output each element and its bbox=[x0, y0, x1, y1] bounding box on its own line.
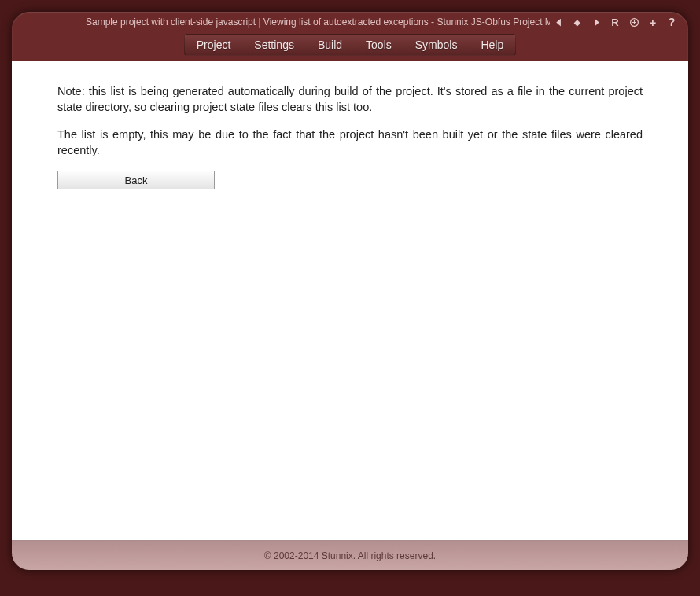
menu-symbols[interactable]: Symbols bbox=[403, 35, 470, 55]
back-button[interactable]: Back bbox=[57, 171, 215, 189]
note-text-1: Note: this list is being generated autom… bbox=[57, 84, 643, 115]
menu-build[interactable]: Build bbox=[306, 35, 354, 55]
nav-forward-icon[interactable] bbox=[591, 17, 602, 28]
nav-back-icon[interactable] bbox=[553, 17, 564, 28]
menu-settings[interactable]: Settings bbox=[242, 35, 306, 55]
content-area: Note: this list is being generated autom… bbox=[12, 61, 688, 540]
footer: © 2002-2014 Stunnix. All rights reserved… bbox=[12, 540, 688, 570]
note-text-2: The list is empty, this may be due to th… bbox=[57, 127, 643, 158]
app-window: Sample project with client-side javascri… bbox=[12, 12, 688, 570]
titlebar: Sample project with client-side javascri… bbox=[12, 12, 688, 32]
titlebar-controls: ◆ R + ? bbox=[553, 17, 677, 28]
menu-tools[interactable]: Tools bbox=[354, 35, 403, 55]
help-icon[interactable]: ? bbox=[666, 17, 677, 28]
add-icon[interactable]: + bbox=[647, 17, 658, 28]
menu-help[interactable]: Help bbox=[469, 35, 515, 55]
menu-project[interactable]: Project bbox=[185, 35, 243, 55]
reload-icon[interactable]: R bbox=[610, 17, 621, 28]
menubar: Project Settings Build Tools Symbols Hel… bbox=[12, 32, 688, 61]
zoom-in-icon[interactable] bbox=[628, 17, 639, 28]
window-title: Sample project with client-side javascri… bbox=[23, 17, 550, 28]
copyright-text: © 2002-2014 Stunnix. All rights reserved… bbox=[264, 550, 436, 561]
nav-stop-icon[interactable]: ◆ bbox=[572, 17, 583, 28]
